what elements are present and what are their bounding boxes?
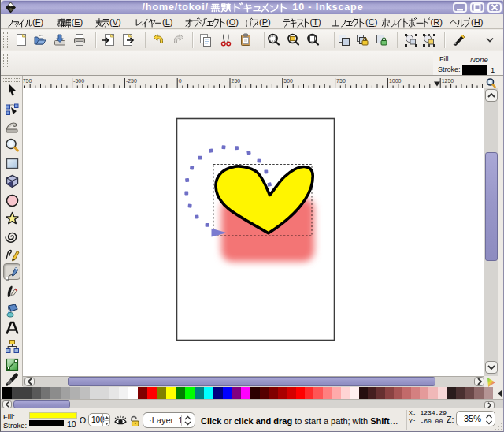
svg-text:500: 500: [284, 78, 293, 84]
svg-text:250: 250: [232, 78, 241, 84]
svg-text:750: 750: [336, 78, 346, 84]
svg-text:1000: 1000: [389, 78, 402, 84]
svg-text:-500: -500: [73, 78, 84, 84]
svg-text:1250: 1250: [442, 78, 454, 84]
svg-text:-250: -250: [126, 78, 137, 84]
svg-text:0: 0: [179, 78, 182, 84]
svg-text:-750: -750: [23, 78, 32, 84]
